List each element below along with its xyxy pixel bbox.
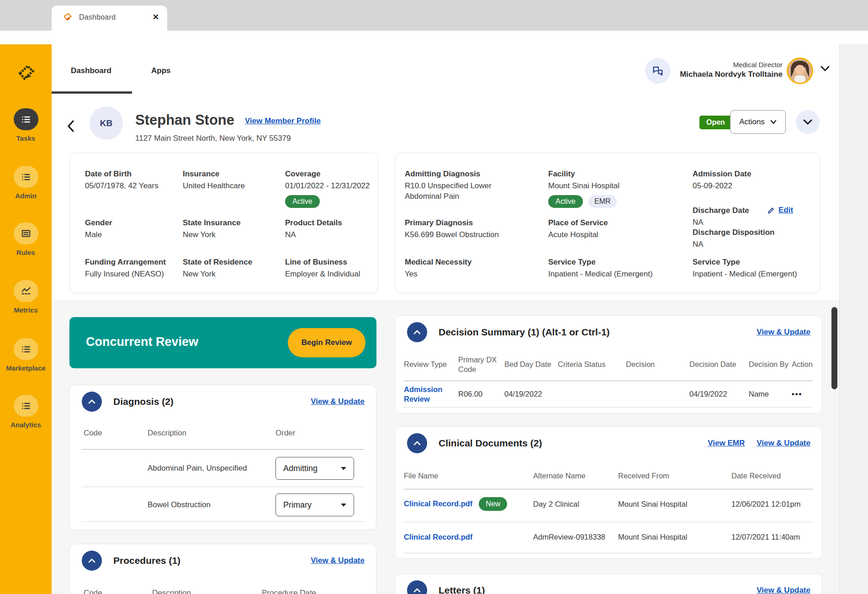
patient-initials-avatar[interactable]: KB <box>90 106 123 140</box>
document-link[interactable]: Clinical Record.pdf <box>404 499 472 508</box>
document-link[interactable]: Clinical Record.pdf <box>404 533 472 541</box>
user-name: Michaela Nordvyk Trolltaine <box>609 70 783 79</box>
tab-apps[interactable]: Apps <box>151 66 171 75</box>
diagnosis-row: Bowel Obstruction Primary <box>84 489 366 520</box>
banner-title: Concurrent Review <box>86 335 198 349</box>
order-select[interactable]: Primary <box>275 493 354 516</box>
sidebar-item-analytics[interactable]: Analytics <box>0 395 52 429</box>
letters-panel: Letters (1) View & Update <box>395 573 822 594</box>
collapse-clinical-documents-button[interactable] <box>407 433 427 453</box>
chevron-up-icon <box>413 441 421 446</box>
collapse-diagnosis-button[interactable] <box>82 392 102 412</box>
clinical-documents-view-update-link[interactable]: View & Update <box>757 439 810 448</box>
collapse-decision-summary-button[interactable] <box>407 322 427 342</box>
procedures-view-update-link[interactable]: View & Update <box>311 556 365 565</box>
decision-summary-panel: Decision Summary (1) (Alt-1 or Ctrl-1) V… <box>395 315 822 414</box>
procedures-title: Procedures (1) <box>113 555 180 566</box>
patient-name: Stephan Stone <box>135 112 234 128</box>
collapse-header-button[interactable] <box>796 110 820 134</box>
app-window: Dashboard ✕ Tasks Admin <box>0 0 868 594</box>
view-emr-link[interactable]: View EMR <box>708 439 745 448</box>
diagnosis-title: Diagnosis (2) <box>113 396 174 407</box>
back-button[interactable] <box>67 120 74 134</box>
actions-dropdown[interactable]: Actions <box>730 110 786 134</box>
user-menu-chevron[interactable] <box>820 65 830 74</box>
chevron-down-icon <box>341 504 346 507</box>
review-type-link[interactable]: Admission Review <box>404 385 450 404</box>
chevron-up-icon <box>88 399 95 404</box>
list-icon <box>21 344 31 354</box>
list-icon <box>21 114 31 124</box>
primary-dx-code: R06.00 <box>458 389 502 399</box>
field-admitting-diagnosis: Admitting DiagnosisR10.0 Unspecified Low… <box>405 169 496 202</box>
avatar[interactable] <box>787 58 813 84</box>
diagnosis-panel: Diagnosis (2) View & Update Code Descrip… <box>69 385 376 530</box>
letters-view-update-link[interactable]: View & Update <box>757 586 810 594</box>
decision-summary-title: Decision Summary (1) (Alt-1 or Ctrl-1) <box>439 327 610 338</box>
sidebar-item-metrics[interactable]: Metrics <box>0 280 52 314</box>
actions-label: Actions <box>739 117 765 127</box>
patient-address: 1127 Main Street North, New York, NY 553… <box>135 134 291 143</box>
avatar-image <box>788 59 812 83</box>
browser-tab-title: Dashboard <box>79 13 116 21</box>
pencil-icon <box>767 206 775 214</box>
col-header-file-name: File Name <box>404 472 530 480</box>
diagnosis-row: Abdominal Pain, Unspecified Admitting <box>84 453 366 484</box>
row-actions-menu[interactable]: ••• <box>792 389 815 399</box>
edit-discharge[interactable]: Edit <box>767 206 793 215</box>
decision-row: Admission Review R06.00 04/19/2022 04/19… <box>404 383 815 405</box>
decision-summary-view-update-link[interactable]: View & Update <box>757 328 810 337</box>
facility-active-badge: Active <box>548 195 583 208</box>
sidebar: Tasks Admin Rules Metrics <box>0 44 52 594</box>
chart-line-icon <box>21 286 31 296</box>
begin-review-button[interactable]: Begin Review <box>288 328 365 357</box>
field-product-details: Product DetailsNA <box>285 218 342 240</box>
field-insurance: InsuranceUnited Healthcare <box>183 169 245 191</box>
new-badge: New <box>479 497 507 511</box>
col-header-date-received: Date Received <box>731 472 815 480</box>
close-icon[interactable]: ✕ <box>153 12 159 22</box>
col-header-primary-dx-code: Primary DX Code <box>458 355 502 375</box>
field-medical-necessity: Medical NecessityYes <box>405 257 471 280</box>
col-header-procedure-date: Procedure Date <box>262 589 366 594</box>
field-service-type: Service TypeInpatient - Medical (Emergen… <box>548 257 653 280</box>
emr-badge[interactable]: EMR <box>588 195 617 208</box>
order-select[interactable]: Admitting <box>275 457 354 480</box>
field-date-of-birth: Date of Birth05/07/1978, 42 Years <box>85 169 159 191</box>
field-coverage: Coverage01/01/2022 - 12/31/2022 Active <box>285 169 370 208</box>
document-row: Clinical Record.pdfNew Day 2 Clinical Mo… <box>404 492 815 516</box>
col-header-decision: Decision <box>626 360 687 369</box>
book-icon <box>21 228 31 239</box>
sidebar-item-label: Marketplace <box>0 364 52 372</box>
tab-dashboard[interactable]: Dashboard <box>71 66 111 75</box>
sidebar-item-admin[interactable]: Admin <box>0 166 52 200</box>
edit-link[interactable]: Edit <box>778 206 793 215</box>
collapse-procedures-button[interactable] <box>82 551 102 571</box>
col-header-review-type: Review Type <box>404 360 455 369</box>
coverage-active-badge: Active <box>285 195 320 208</box>
browser-tab-bar: Dashboard ✕ <box>0 0 868 31</box>
case-summary-card: Admitting DiagnosisR10.0 Unspecified Low… <box>395 153 820 293</box>
col-header-received-from: Received From <box>618 472 729 480</box>
decision-date: 04/19/2022 <box>689 389 746 399</box>
order-select-value: Primary <box>283 500 312 510</box>
browser-tab[interactable]: Dashboard ✕ <box>52 5 167 31</box>
sidebar-item-rules[interactable]: Rules <box>0 223 52 256</box>
sidebar-item-marketplace[interactable]: Marketplace <box>0 338 52 372</box>
field-state-insurance: State InsuranceNew York <box>183 218 241 240</box>
view-member-profile-link[interactable]: View Member Profile <box>245 117 321 126</box>
dx-description: Bowel Obstruction <box>148 500 275 509</box>
col-header-description: Description <box>148 429 275 438</box>
app-header: Dashboard Apps Medical Director Michaela… <box>52 44 839 94</box>
col-header-action: Action <box>792 360 815 369</box>
user-info[interactable]: Medical Director Michaela Nordvyk Trollt… <box>609 61 783 79</box>
collapse-letters-button[interactable] <box>407 580 427 594</box>
diagnosis-view-update-link[interactable]: View & Update <box>311 397 365 406</box>
col-header-decision-by: Decision By <box>749 360 789 369</box>
field-admission-date: Admission Date05-09-2022 <box>693 169 751 191</box>
vertical-scrollbar[interactable] <box>831 307 837 389</box>
received-from: Mount Sinai Hospital <box>618 533 729 541</box>
bed-day-date: 04/19/2022 <box>504 389 555 399</box>
sidebar-item-tasks[interactable]: Tasks <box>0 108 52 142</box>
field-line-of-business: Line of BusinessEmployer & Individual <box>285 257 360 280</box>
